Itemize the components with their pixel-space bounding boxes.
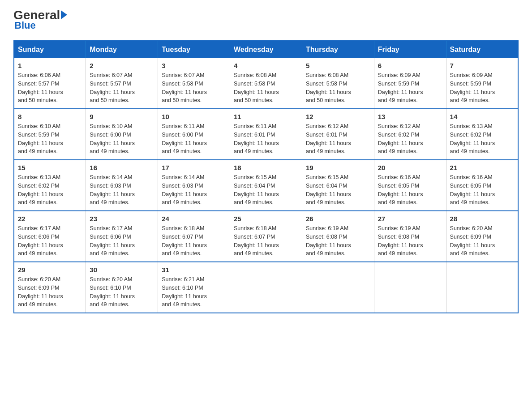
day-number: 28 (450, 215, 514, 223)
day-number: 23 (90, 215, 154, 223)
day-number: 31 (162, 266, 226, 274)
day-number: 18 (234, 164, 298, 171)
empty-cell (302, 262, 374, 313)
day-cell-23: 23Sunrise: 6:17 AMSunset: 6:06 PMDayligh… (86, 211, 158, 262)
day-cell-10: 10Sunrise: 6:11 AMSunset: 6:00 PMDayligh… (158, 109, 230, 160)
day-cell-25: 25Sunrise: 6:18 AMSunset: 6:07 PMDayligh… (230, 211, 302, 262)
day-info: Sunrise: 6:12 AMSunset: 6:02 PMDaylight:… (378, 122, 442, 156)
day-info: Sunrise: 6:20 AMSunset: 6:09 PMDaylight:… (18, 275, 82, 309)
week-row-3: 15Sunrise: 6:13 AMSunset: 6:02 PMDayligh… (14, 160, 518, 211)
day-cell-31: 31Sunrise: 6:21 AMSunset: 6:10 PMDayligh… (158, 262, 230, 313)
day-info: Sunrise: 6:09 AMSunset: 5:59 PMDaylight:… (378, 71, 442, 105)
day-info: Sunrise: 6:19 AMSunset: 6:08 PMDaylight:… (378, 224, 442, 258)
day-cell-6: 6Sunrise: 6:09 AMSunset: 5:59 PMDaylight… (374, 58, 446, 109)
day-cell-27: 27Sunrise: 6:19 AMSunset: 6:08 PMDayligh… (374, 211, 446, 262)
day-cell-16: 16Sunrise: 6:14 AMSunset: 6:03 PMDayligh… (86, 160, 158, 211)
day-info: Sunrise: 6:18 AMSunset: 6:07 PMDaylight:… (162, 224, 226, 258)
day-info: Sunrise: 6:12 AMSunset: 6:01 PMDaylight:… (306, 122, 370, 156)
day-cell-1: 1Sunrise: 6:06 AMSunset: 5:57 PMDaylight… (14, 58, 86, 109)
calendar-body: 1Sunrise: 6:06 AMSunset: 5:57 PMDaylight… (14, 58, 518, 313)
day-cell-12: 12Sunrise: 6:12 AMSunset: 6:01 PMDayligh… (302, 109, 374, 160)
day-info: Sunrise: 6:11 AMSunset: 6:01 PMDaylight:… (234, 122, 298, 156)
day-info: Sunrise: 6:14 AMSunset: 6:03 PMDaylight:… (162, 173, 226, 207)
day-info: Sunrise: 6:13 AMSunset: 6:02 PMDaylight:… (18, 173, 82, 207)
day-number: 8 (18, 113, 82, 120)
day-number: 22 (18, 215, 82, 223)
day-info: Sunrise: 6:10 AMSunset: 5:59 PMDaylight:… (18, 122, 82, 156)
day-info: Sunrise: 6:16 AMSunset: 6:05 PMDaylight:… (450, 173, 514, 207)
day-info: Sunrise: 6:13 AMSunset: 6:02 PMDaylight:… (450, 122, 514, 156)
day-info: Sunrise: 6:06 AMSunset: 5:57 PMDaylight:… (18, 71, 82, 105)
day-info: Sunrise: 6:20 AMSunset: 6:09 PMDaylight:… (450, 224, 514, 258)
calendar-table: SundayMondayTuesdayWednesdayThursdayFrid… (13, 40, 519, 313)
day-cell-13: 13Sunrise: 6:12 AMSunset: 6:02 PMDayligh… (374, 109, 446, 160)
calendar-header: SundayMondayTuesdayWednesdayThursdayFrid… (14, 41, 518, 58)
day-cell-20: 20Sunrise: 6:16 AMSunset: 6:05 PMDayligh… (374, 160, 446, 211)
week-row-4: 22Sunrise: 6:17 AMSunset: 6:06 PMDayligh… (14, 211, 518, 262)
day-info: Sunrise: 6:10 AMSunset: 6:00 PMDaylight:… (90, 122, 154, 156)
day-cell-11: 11Sunrise: 6:11 AMSunset: 6:01 PMDayligh… (230, 109, 302, 160)
day-info: Sunrise: 6:11 AMSunset: 6:00 PMDaylight:… (162, 122, 226, 156)
day-number: 19 (306, 164, 370, 171)
day-cell-18: 18Sunrise: 6:15 AMSunset: 6:04 PMDayligh… (230, 160, 302, 211)
day-number: 27 (378, 215, 442, 223)
day-number: 24 (162, 215, 226, 223)
day-number: 15 (18, 164, 82, 171)
day-cell-22: 22Sunrise: 6:17 AMSunset: 6:06 PMDayligh… (14, 211, 86, 262)
day-cell-30: 30Sunrise: 6:20 AMSunset: 6:10 PMDayligh… (86, 262, 158, 313)
day-number: 4 (234, 62, 298, 69)
day-cell-21: 21Sunrise: 6:16 AMSunset: 6:05 PMDayligh… (446, 160, 518, 211)
day-header-friday: Friday (374, 41, 446, 58)
day-header-sunday: Sunday (14, 41, 86, 58)
day-info: Sunrise: 6:21 AMSunset: 6:10 PMDaylight:… (162, 275, 226, 309)
logo-triangle-icon (61, 10, 67, 19)
empty-cell (230, 262, 302, 313)
day-number: 25 (234, 215, 298, 223)
day-cell-26: 26Sunrise: 6:19 AMSunset: 6:08 PMDayligh… (302, 211, 374, 262)
day-cell-4: 4Sunrise: 6:08 AMSunset: 5:58 PMDaylight… (230, 58, 302, 109)
day-cell-17: 17Sunrise: 6:14 AMSunset: 6:03 PMDayligh… (158, 160, 230, 211)
empty-cell (374, 262, 446, 313)
day-number: 21 (450, 164, 514, 171)
day-number: 17 (162, 164, 226, 171)
day-header-wednesday: Wednesday (230, 41, 302, 58)
day-cell-7: 7Sunrise: 6:09 AMSunset: 5:59 PMDaylight… (446, 58, 518, 109)
day-cell-5: 5Sunrise: 6:08 AMSunset: 5:58 PMDaylight… (302, 58, 374, 109)
day-cell-28: 28Sunrise: 6:20 AMSunset: 6:09 PMDayligh… (446, 211, 518, 262)
day-info: Sunrise: 6:19 AMSunset: 6:08 PMDaylight:… (306, 224, 370, 258)
day-number: 26 (306, 215, 370, 223)
day-number: 12 (306, 113, 370, 120)
day-headers-row: SundayMondayTuesdayWednesdayThursdayFrid… (14, 41, 518, 58)
day-number: 1 (18, 62, 82, 69)
day-info: Sunrise: 6:09 AMSunset: 5:59 PMDaylight:… (450, 71, 514, 105)
day-cell-3: 3Sunrise: 6:07 AMSunset: 5:58 PMDaylight… (158, 58, 230, 109)
day-cell-9: 9Sunrise: 6:10 AMSunset: 6:00 PMDaylight… (86, 109, 158, 160)
logo: General Blue (13, 9, 67, 31)
day-cell-8: 8Sunrise: 6:10 AMSunset: 5:59 PMDaylight… (14, 109, 86, 160)
day-number: 6 (378, 62, 442, 69)
day-number: 10 (162, 113, 226, 120)
day-number: 30 (90, 266, 154, 274)
day-number: 2 (90, 62, 154, 69)
logo-blue-text: Blue (14, 20, 36, 31)
week-row-5: 29Sunrise: 6:20 AMSunset: 6:09 PMDayligh… (14, 262, 518, 313)
page-header: General Blue (13, 9, 519, 31)
empty-cell (446, 262, 518, 313)
week-row-2: 8Sunrise: 6:10 AMSunset: 5:59 PMDaylight… (14, 109, 518, 160)
day-info: Sunrise: 6:15 AMSunset: 6:04 PMDaylight:… (306, 173, 370, 207)
day-number: 11 (234, 113, 298, 120)
day-info: Sunrise: 6:18 AMSunset: 6:07 PMDaylight:… (234, 224, 298, 258)
day-header-thursday: Thursday (302, 41, 374, 58)
day-info: Sunrise: 6:08 AMSunset: 5:58 PMDaylight:… (306, 71, 370, 105)
day-info: Sunrise: 6:15 AMSunset: 6:04 PMDaylight:… (234, 173, 298, 207)
day-info: Sunrise: 6:20 AMSunset: 6:10 PMDaylight:… (90, 275, 154, 309)
day-cell-24: 24Sunrise: 6:18 AMSunset: 6:07 PMDayligh… (158, 211, 230, 262)
day-number: 16 (90, 164, 154, 171)
day-number: 3 (162, 62, 226, 69)
day-cell-14: 14Sunrise: 6:13 AMSunset: 6:02 PMDayligh… (446, 109, 518, 160)
day-cell-19: 19Sunrise: 6:15 AMSunset: 6:04 PMDayligh… (302, 160, 374, 211)
day-number: 9 (90, 113, 154, 120)
day-header-saturday: Saturday (446, 41, 518, 58)
day-number: 14 (450, 113, 514, 120)
day-info: Sunrise: 6:17 AMSunset: 6:06 PMDaylight:… (18, 224, 82, 258)
